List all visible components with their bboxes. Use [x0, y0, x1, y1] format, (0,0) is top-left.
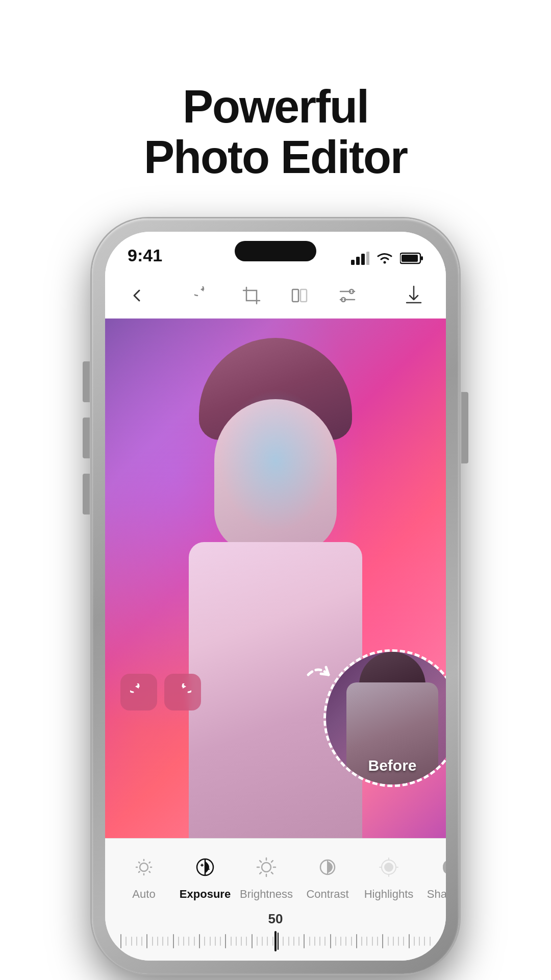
- before-comparison-circle[interactable]: Before: [323, 649, 446, 787]
- tool-auto[interactable]: Auto: [113, 846, 174, 906]
- wifi-icon: [375, 251, 394, 265]
- svg-line-22: [260, 861, 261, 862]
- tools-row: Auto Exposure: [105, 839, 446, 906]
- phone-mockup: 9:41: [92, 218, 459, 974]
- slider-value: 50: [120, 911, 431, 927]
- tool-shadows-label: Shadows: [427, 888, 446, 901]
- flip-button[interactable]: [286, 282, 313, 309]
- dynamic-island: [235, 241, 316, 261]
- contrast-icon-wrap: [311, 851, 344, 884]
- tool-brightness-label: Brightness: [240, 888, 293, 901]
- svg-line-23: [271, 872, 273, 874]
- crop-button[interactable]: [238, 282, 265, 309]
- toolbar-center-tools: [190, 282, 361, 309]
- before-image: Before: [326, 652, 446, 785]
- toolbar: [105, 273, 446, 318]
- svg-line-25: [260, 872, 261, 874]
- tool-contrast[interactable]: Contrast: [297, 846, 358, 906]
- undo-redo-buttons: [120, 674, 201, 710]
- tool-exposure[interactable]: Exposure: [174, 846, 236, 906]
- rotate-button[interactable]: [190, 282, 217, 309]
- svg-rect-8: [300, 289, 307, 302]
- exposure-icon-wrap: [189, 851, 221, 884]
- svg-rect-7: [292, 289, 298, 302]
- tool-exposure-label: Exposure: [180, 888, 231, 901]
- slider-center-indicator: [274, 931, 277, 951]
- auto-icon-wrap: [128, 851, 160, 884]
- svg-rect-3: [366, 252, 369, 265]
- tool-brightness[interactable]: Brightness: [236, 846, 297, 906]
- phone-screen: 9:41: [105, 232, 446, 961]
- slider-track[interactable]: [120, 931, 431, 951]
- svg-rect-0: [351, 260, 355, 265]
- undo-button[interactable]: [120, 674, 157, 710]
- battery-icon: [400, 252, 423, 264]
- headline: Powerful Photo Editor: [144, 41, 407, 183]
- svg-point-28: [384, 863, 393, 872]
- highlights-icon-wrap: [372, 851, 405, 884]
- svg-rect-5: [421, 256, 423, 260]
- tool-highlights-label: Highlights: [364, 888, 414, 901]
- headline-text: Powerful Photo Editor: [144, 82, 407, 183]
- svg-rect-1: [356, 257, 360, 265]
- svg-rect-2: [361, 254, 365, 265]
- status-icons: [351, 251, 423, 267]
- download-button[interactable]: [400, 282, 428, 309]
- tool-contrast-label: Contrast: [306, 888, 348, 901]
- face-cyan-light: [219, 389, 332, 532]
- tool-highlights[interactable]: Highlights: [358, 846, 419, 906]
- svg-point-10: [341, 298, 345, 302]
- brightness-icon-wrap: [250, 851, 283, 884]
- svg-point-9: [349, 289, 354, 293]
- back-button[interactable]: [123, 282, 151, 309]
- bottom-panel: Auto Exposure: [105, 838, 446, 961]
- adjust-button[interactable]: [334, 282, 361, 309]
- svg-rect-6: [402, 255, 418, 262]
- signal-icon: [351, 252, 369, 265]
- svg-line-24: [271, 861, 273, 862]
- redo-button[interactable]: [164, 674, 201, 710]
- tool-shadows[interactable]: Shadows: [419, 846, 446, 906]
- slider-area: 50: [105, 906, 446, 951]
- status-time: 9:41: [128, 246, 162, 267]
- photo-area: Before: [105, 318, 446, 838]
- shadows-icon-wrap: [434, 851, 446, 884]
- svg-point-11: [140, 863, 148, 871]
- tool-auto-label: Auto: [132, 888, 155, 901]
- before-label: Before: [368, 757, 416, 774]
- svg-point-17: [262, 863, 271, 872]
